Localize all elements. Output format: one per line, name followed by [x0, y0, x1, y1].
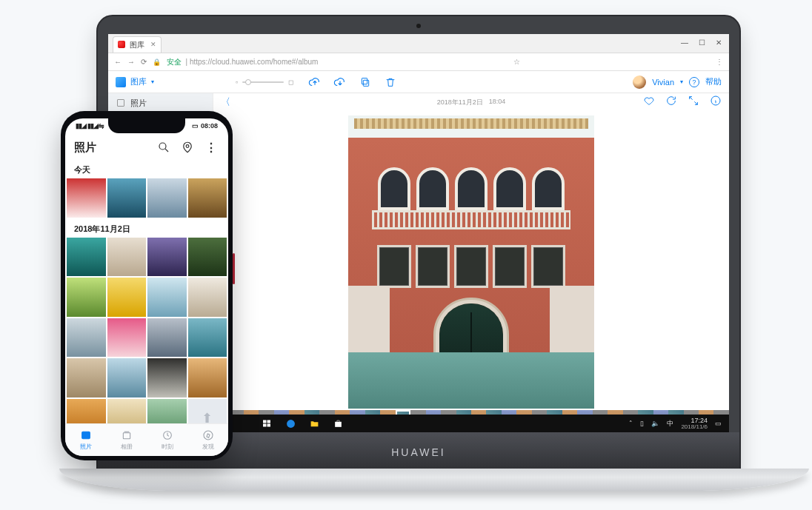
nav-forward-icon[interactable]: →	[127, 58, 135, 66]
tray-chevron-icon[interactable]: ˄	[629, 420, 633, 427]
phone-scroll-area[interactable]: 今天 2018年11月2日 ⬆	[65, 158, 228, 423]
info-icon[interactable]	[710, 95, 722, 110]
nav-back-icon[interactable]: ←	[114, 58, 122, 66]
window-maximize-icon[interactable]: ☐	[699, 38, 705, 47]
tab-close-icon[interactable]: ✕	[150, 41, 156, 48]
photo-viewer: 〈 2018年11月2日 18:04	[213, 93, 729, 415]
photo-thumb[interactable]	[107, 318, 147, 358]
upload-thumb[interactable]: ⬆	[188, 399, 227, 424]
laptop-base	[59, 469, 809, 491]
browser-menu-icon[interactable]: ⋮	[716, 58, 723, 66]
store-icon[interactable]	[327, 415, 348, 432]
svg-rect-5	[263, 424, 267, 427]
photo-thumb[interactable]	[147, 238, 187, 277]
photo-thumb[interactable]	[67, 178, 106, 218]
window-minimize-icon[interactable]: ―	[681, 38, 688, 47]
download-cloud-icon[interactable]	[333, 76, 347, 89]
section-dated-label: 2018年11月2日	[65, 218, 228, 238]
photo-thumb[interactable]	[67, 278, 106, 317]
fullscreen-icon[interactable]	[688, 95, 699, 110]
secure-badge: 安全	[167, 58, 182, 66]
photo-thumb[interactable]	[188, 278, 227, 317]
photo-thumb[interactable]	[67, 399, 106, 424]
network-icon[interactable]: ▯	[640, 420, 644, 427]
svg-rect-12	[123, 433, 130, 439]
nav-label: 照片	[80, 443, 92, 451]
photo-thumb[interactable]	[147, 178, 187, 218]
svg-rect-0	[364, 80, 369, 86]
taskbar-date: 2018/11/6	[681, 424, 708, 430]
photo-thumb[interactable]	[188, 318, 227, 358]
gallery-switcher[interactable]: 图库 ▾	[116, 76, 154, 87]
photo-thumb[interactable]	[67, 318, 106, 358]
photo-thumb[interactable]	[188, 238, 227, 277]
edge-browser-icon[interactable]	[280, 415, 301, 432]
phone-header: 照片 ⋮	[65, 136, 228, 158]
zoom-thumb[interactable]	[245, 79, 251, 85]
grid-today	[65, 178, 228, 218]
map-pin-icon[interactable]	[179, 139, 196, 155]
photo-thumb[interactable]	[107, 178, 147, 218]
svg-rect-8	[335, 421, 342, 426]
rotate-icon[interactable]	[665, 95, 677, 110]
taskbar-clock[interactable]: 17:24 2018/11/6	[681, 417, 708, 430]
nav-reload-icon[interactable]: ⟳	[141, 58, 147, 66]
browser-tab[interactable]: 图库 ✕	[113, 36, 162, 53]
nav-albums[interactable]: 相册	[106, 424, 147, 456]
photo-thumb[interactable]	[67, 238, 106, 277]
notification-center-icon[interactable]: ▭	[715, 420, 722, 427]
photo-thumb[interactable]	[107, 278, 147, 317]
phone-bottom-nav: 照片 相册 时刻 发现	[65, 423, 228, 456]
start-menu-icon[interactable]	[256, 415, 277, 432]
more-menu-icon[interactable]: ⋮	[203, 139, 219, 155]
nav-discover[interactable]: 发现	[187, 424, 228, 456]
bookmark-star-icon[interactable]: ☆	[513, 58, 520, 66]
app-toolbar: 图库 ▾ ▫ ◻ Vivian ▾ ? 帮助	[108, 71, 729, 93]
photo-thumb[interactable]	[147, 278, 187, 317]
huawei-favicon-icon	[118, 41, 125, 48]
copy-icon[interactable]	[359, 76, 372, 89]
browser-address-bar: ← → ⟳ 🔒 安全 | https://cloud.huawei.com/ho…	[108, 53, 729, 71]
photo-thumb[interactable]	[107, 358, 147, 397]
window-close-icon[interactable]: ✕	[716, 38, 722, 47]
avatar[interactable]	[633, 76, 646, 89]
main-photo[interactable]	[348, 115, 594, 409]
svg-point-14	[204, 431, 213, 440]
sidebar-item-photos[interactable]: 照片	[108, 93, 213, 113]
nav-photos[interactable]: 照片	[65, 424, 106, 456]
chevron-down-icon[interactable]: ▾	[680, 78, 683, 85]
chevron-down-icon: ▾	[151, 78, 154, 85]
photo-thumb[interactable]	[147, 318, 187, 358]
photo-thumb[interactable]	[107, 238, 147, 277]
gallery-icon	[116, 77, 126, 87]
photo-thumb[interactable]	[188, 178, 227, 218]
svg-rect-3	[263, 420, 267, 423]
photo-thumb[interactable]	[147, 358, 187, 397]
volume-icon[interactable]: 🔈	[651, 420, 659, 427]
photo-date: 2018年11月2日	[437, 98, 483, 107]
svg-point-9	[159, 143, 166, 150]
zoom-track[interactable]	[242, 81, 284, 83]
url-display[interactable]: 安全 | https://cloud.huawei.com/home#/albu…	[167, 57, 318, 67]
viewer-back-icon[interactable]: 〈	[221, 95, 230, 109]
ime-icon[interactable]: 中	[667, 419, 673, 429]
photo-thumb[interactable]	[67, 358, 106, 397]
help-icon[interactable]: ?	[689, 77, 699, 87]
favorite-icon[interactable]	[643, 95, 655, 110]
taskbar-pinned	[256, 415, 348, 432]
zoom-slider[interactable]: ▫ ◻	[236, 78, 293, 86]
nav-moments[interactable]: 时刻	[147, 424, 187, 456]
tab-title: 图库	[130, 41, 144, 49]
search-icon[interactable]	[156, 139, 172, 155]
photo-thumb[interactable]	[147, 399, 187, 424]
file-explorer-icon[interactable]	[304, 415, 325, 432]
section-today-label: 今天	[65, 158, 228, 178]
upload-cloud-icon[interactable]	[308, 76, 322, 89]
photo-thumb[interactable]	[188, 358, 227, 397]
phone-frame: ▮▮◢ ▮▮◢ ⇋ ▭ 08:08 照片 ⋮ 今天 2018年11月2日 ⬆ 照…	[61, 111, 233, 460]
delete-icon[interactable]	[384, 76, 397, 89]
gallery-label: 图库	[130, 76, 147, 87]
photo-thumb[interactable]	[107, 399, 147, 424]
help-label[interactable]: 帮助	[705, 76, 722, 87]
user-name[interactable]: Vivian	[652, 78, 674, 87]
